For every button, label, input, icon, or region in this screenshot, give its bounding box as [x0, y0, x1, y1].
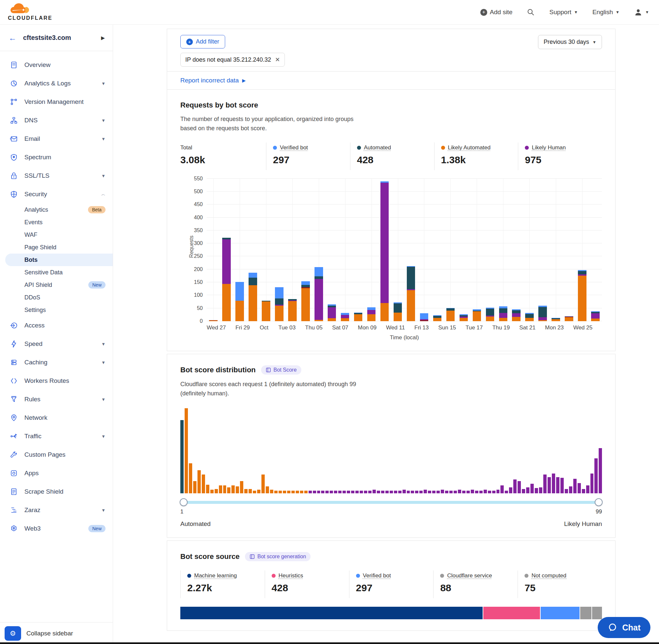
score-bar-61[interactable]: [437, 491, 440, 493]
requests-bar-sat-30[interactable]: [246, 179, 259, 321]
sidebar-item-security[interactable]: Security︿: [0, 185, 113, 204]
score-bar-38[interactable]: [338, 491, 342, 493]
score-bar-15[interactable]: [240, 481, 243, 493]
sidebar-item-zaraz[interactable]: Zaraz▼: [0, 501, 113, 519]
search-icon[interactable]: [527, 8, 535, 16]
score-bar-8[interactable]: [210, 490, 214, 493]
sidebar-item-version-management[interactable]: Version Management: [0, 93, 113, 111]
score-bar-79[interactable]: [513, 480, 517, 493]
sidebar-item-page-shield[interactable]: Page Shield: [0, 241, 113, 254]
sidebar-item-waf[interactable]: WAF: [0, 229, 113, 241]
sidebar-item-sensitive-data[interactable]: Sensitive Data: [0, 266, 113, 279]
sidebar-item-web3[interactable]: Web3New: [0, 519, 113, 538]
score-bar-50[interactable]: [390, 491, 393, 493]
score-bar-55[interactable]: [411, 491, 414, 493]
score-bar-99[interactable]: [599, 448, 602, 493]
score-bar-91[interactable]: [565, 489, 568, 493]
score-bar-57[interactable]: [419, 491, 423, 493]
score-bar-54[interactable]: [407, 491, 410, 493]
score-bar-93[interactable]: [573, 479, 576, 493]
score-bar-62[interactable]: [441, 490, 444, 493]
requests-bar-mon-16[interactable]: [457, 179, 470, 321]
sidebar-item-access[interactable]: Access: [0, 316, 113, 335]
sidebar-item-analytics-logs[interactable]: Analytics & Logs▼: [0, 74, 113, 93]
score-bar-96[interactable]: [586, 485, 589, 493]
score-bar-44[interactable]: [364, 491, 367, 493]
score-bar-4[interactable]: [193, 481, 196, 493]
requests-bar-tue-24[interactable]: [562, 179, 575, 321]
sidebar-item-api-shield[interactable]: API ShieldNew: [0, 279, 113, 291]
sidebar-item-spectrum[interactable]: Spectrum: [0, 148, 113, 166]
requests-bar-tue-03[interactable]: [286, 179, 299, 321]
requests-bar-fri-06[interactable]: [325, 179, 338, 321]
score-bar-30[interactable]: [304, 491, 308, 493]
score-bar-74[interactable]: [492, 491, 495, 493]
sidebar-item-network[interactable]: Network: [0, 409, 113, 427]
requests-bar-wed-18[interactable]: [483, 179, 496, 321]
score-bar-9[interactable]: [215, 489, 218, 493]
requests-bar-fri-29[interactable]: [233, 179, 246, 321]
score-bar-24[interactable]: [279, 491, 282, 493]
score-bar-25[interactable]: [283, 491, 286, 493]
bot-score-generation-tag[interactable]: Bot score generation: [245, 552, 311, 561]
filter-chip[interactable]: IP does not equal 35.212.240.32 ✕: [180, 53, 285, 67]
score-bar-22[interactable]: [270, 490, 273, 493]
site-name[interactable]: cftestsite3.com: [23, 34, 94, 42]
bot-score-tag[interactable]: Bot Score: [261, 365, 301, 374]
sidebar-item-events[interactable]: Events: [0, 216, 113, 229]
requests-bar-sat-14[interactable]: [430, 179, 444, 321]
score-bar-37[interactable]: [334, 491, 337, 493]
requests-bar-fri-13[interactable]: [418, 179, 431, 321]
score-bar-73[interactable]: [488, 491, 491, 493]
requests-bar-tue-10[interactable]: [378, 179, 391, 321]
score-bar-53[interactable]: [402, 490, 406, 493]
requests-bar-wed-25[interactable]: [575, 179, 589, 321]
score-bar-48[interactable]: [381, 491, 384, 493]
support-menu[interactable]: Support ▼: [549, 8, 578, 16]
requests-bar-sun-08[interactable]: [352, 179, 365, 321]
settings-gear-button[interactable]: ⚙: [5, 626, 21, 641]
score-bar-94[interactable]: [578, 483, 581, 493]
score-bar-98[interactable]: [594, 458, 598, 493]
slider-handle-min[interactable]: [180, 498, 188, 506]
score-bar-26[interactable]: [287, 491, 290, 493]
score-bar-71[interactable]: [479, 491, 483, 493]
score-bar-85[interactable]: [539, 487, 542, 493]
score-bar-34[interactable]: [321, 491, 324, 493]
requests-bar-sat-07[interactable]: [338, 179, 352, 321]
score-bar-89[interactable]: [556, 477, 560, 493]
requests-bar-mon-23[interactable]: [549, 179, 562, 321]
requests-bar-thu-12[interactable]: [404, 179, 418, 321]
add-filter-button[interactable]: + Add filter: [180, 35, 225, 48]
sidebar-item-email[interactable]: Email▼: [0, 130, 113, 148]
score-bar-7[interactable]: [206, 485, 209, 493]
score-bar-6[interactable]: [202, 475, 205, 493]
score-bar-45[interactable]: [368, 491, 372, 493]
score-bar-1[interactable]: [180, 420, 184, 493]
requests-bar-wed-27[interactable]: [207, 179, 220, 321]
requests-bar-thu-19[interactable]: [496, 179, 510, 321]
sidebar-item-settings[interactable]: Settings: [0, 304, 113, 316]
collapse-sidebar-button[interactable]: Collapse sidebar: [26, 630, 73, 637]
score-bar-82[interactable]: [526, 487, 529, 493]
requests-bar-mon-09[interactable]: [365, 179, 378, 321]
score-bar-83[interactable]: [531, 484, 534, 493]
score-bar-40[interactable]: [347, 491, 350, 493]
score-bar-21[interactable]: [266, 486, 269, 493]
score-bar-10[interactable]: [219, 485, 222, 493]
score-bar-58[interactable]: [424, 490, 427, 493]
sidebar-item-dns[interactable]: DNS▼: [0, 111, 113, 130]
score-bar-63[interactable]: [445, 491, 448, 493]
score-bar-49[interactable]: [385, 491, 389, 493]
close-icon[interactable]: ✕: [275, 56, 280, 63]
time-range-dropdown[interactable]: Previous 30 days ▼: [538, 35, 602, 49]
score-bar-97[interactable]: [590, 474, 594, 493]
score-bar-46[interactable]: [373, 490, 376, 493]
requests-bar-oct[interactable]: [259, 179, 273, 321]
score-bar-36[interactable]: [330, 491, 333, 493]
score-bar-18[interactable]: [253, 491, 256, 493]
score-bar-84[interactable]: [535, 488, 538, 493]
score-bar-35[interactable]: [325, 491, 329, 493]
score-bar-60[interactable]: [432, 491, 436, 493]
language-menu[interactable]: English ▼: [592, 8, 619, 16]
